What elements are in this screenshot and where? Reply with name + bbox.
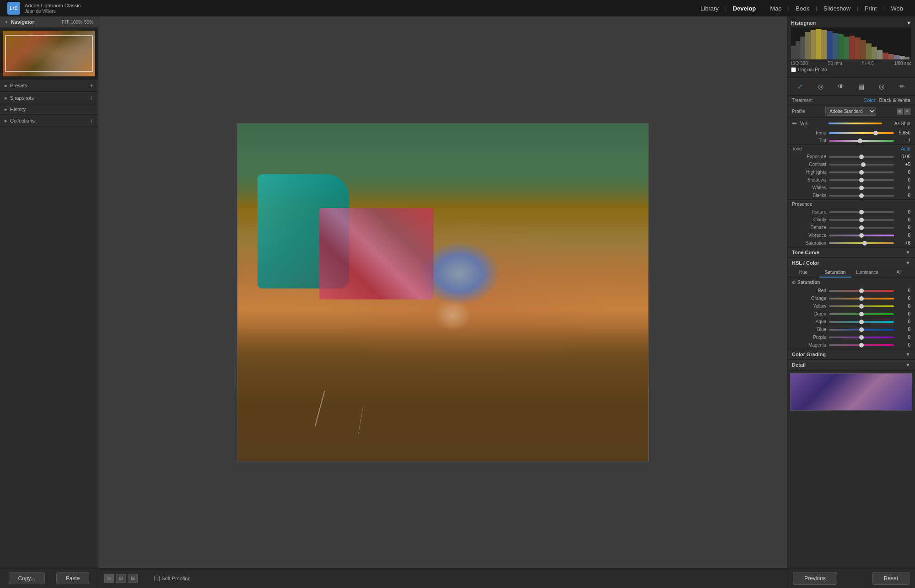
svg-rect-0 bbox=[791, 46, 796, 59]
copy-button[interactable]: Copy... bbox=[9, 572, 45, 584]
grid-view-icon[interactable]: ⊞ bbox=[116, 574, 126, 583]
detail-label: Detail bbox=[792, 362, 806, 368]
hsl-tab-hue[interactable]: Hue bbox=[787, 268, 819, 278]
detail-thumb-image bbox=[791, 374, 912, 410]
color-grading-section[interactable]: Color Grading ▼ bbox=[787, 349, 915, 360]
svg-rect-9 bbox=[838, 34, 844, 59]
presets-add-btn[interactable]: + bbox=[90, 82, 93, 89]
wb-section: ✒ WB As Shot Temp 5,650 Tint -1 bbox=[787, 118, 915, 145]
collections-row[interactable]: ▶ Collections + bbox=[0, 115, 98, 127]
detail-thumbnail bbox=[790, 373, 912, 411]
navigator-header[interactable]: ▼ Navigator FIT 100% 50% bbox=[0, 16, 98, 28]
bw-treatment[interactable]: Black & White bbox=[879, 97, 910, 103]
view-icons: ▭ ⊞ ⊟ bbox=[104, 574, 138, 583]
nav-develop[interactable]: Develop bbox=[728, 5, 761, 12]
histogram-section: Histogram ▼ bbox=[787, 16, 915, 78]
presence-header: Presence bbox=[787, 200, 915, 208]
svg-rect-8 bbox=[833, 33, 838, 59]
tint-slider[interactable] bbox=[829, 140, 894, 142]
hsl-tab-luminance[interactable]: Luminance bbox=[851, 268, 883, 278]
collections-add-btn[interactable]: + bbox=[90, 117, 93, 124]
svg-rect-19 bbox=[894, 55, 899, 59]
contrast-value: +5 bbox=[897, 162, 910, 167]
soft-proofing-control[interactable]: Soft Proofing bbox=[154, 576, 191, 581]
hsl-tab-all[interactable]: All bbox=[883, 268, 915, 278]
hist-shutter: 1/80 sec bbox=[894, 61, 911, 66]
detail-collapse[interactable]: ▼ bbox=[905, 362, 910, 368]
profile-select[interactable]: Adobe Standard Adobe Portrait Adobe Land… bbox=[825, 107, 876, 116]
tone-auto[interactable]: Auto bbox=[901, 146, 910, 151]
tone-curve-collapse[interactable]: ▼ bbox=[905, 250, 910, 255]
left-panel: ▼ Navigator FIT 100% 50% ▶ bbox=[0, 16, 98, 588]
tint-row: Tint -1 bbox=[787, 137, 915, 144]
svg-rect-15 bbox=[872, 47, 877, 59]
texture-label: Texture bbox=[792, 209, 826, 214]
zoom-50[interactable]: 50% bbox=[84, 20, 93, 25]
exposure-value: 0.00 bbox=[897, 154, 910, 159]
zoom-100[interactable]: 100% bbox=[70, 20, 82, 25]
nav-library[interactable]: Library bbox=[696, 5, 723, 12]
hsl-collapse[interactable]: ▼ bbox=[905, 260, 910, 266]
center-bottom-bar: ▭ ⊞ ⊟ Soft Proofing bbox=[98, 568, 787, 588]
zoom-fit[interactable]: FIT bbox=[62, 20, 69, 25]
nav-book[interactable]: Book bbox=[791, 5, 814, 12]
hist-iso: ISO 320 bbox=[791, 61, 808, 66]
snapshots-row[interactable]: ▶ Snapshots + bbox=[0, 92, 98, 104]
previous-button[interactable]: Previous bbox=[793, 572, 837, 585]
temp-slider[interactable] bbox=[829, 132, 894, 134]
gradient-tool[interactable]: ▤ bbox=[856, 80, 867, 92]
crop-tool[interactable]: ⤢ bbox=[794, 80, 806, 92]
svg-rect-6 bbox=[822, 30, 827, 59]
soft-proofing-checkbox[interactable] bbox=[154, 576, 160, 581]
treatment-row: Treatment Color Black & White bbox=[787, 96, 915, 105]
radial-tool[interactable]: ◎ bbox=[876, 80, 888, 92]
right-panel: Histogram ▼ bbox=[787, 16, 915, 588]
hsl-tab-saturation[interactable]: Saturation bbox=[819, 268, 851, 278]
nav-print[interactable]: Print bbox=[860, 5, 882, 12]
history-row[interactable]: ▶ History bbox=[0, 104, 98, 114]
collections-triangle: ▶ bbox=[5, 119, 7, 123]
reset-button[interactable]: Reset bbox=[872, 572, 910, 585]
hsl-tabs: Hue Saturation Luminance All bbox=[787, 268, 915, 278]
profile-list-icon[interactable]: ≡ bbox=[904, 108, 910, 115]
presence-section: Presence Texture 0 Clarity 0 Dehaze bbox=[787, 200, 915, 247]
whites-row: Whites 0 bbox=[787, 184, 915, 192]
hist-aperture: f / 4.5 bbox=[862, 61, 874, 66]
svg-rect-14 bbox=[866, 43, 872, 59]
svg-rect-21 bbox=[905, 57, 910, 59]
contrast-label: Contrast bbox=[792, 162, 826, 167]
compare-view-icon[interactable]: ⊟ bbox=[128, 574, 138, 583]
nav-map[interactable]: Map bbox=[765, 5, 786, 12]
color-treatment[interactable]: Color bbox=[863, 97, 875, 103]
color-grading-collapse[interactable]: ▼ bbox=[905, 352, 910, 357]
profile-grid-icon[interactable]: ⊞ bbox=[897, 108, 903, 115]
nav-slideshow[interactable]: Slideshow bbox=[819, 5, 855, 12]
detail-section[interactable]: Detail ▼ bbox=[787, 360, 915, 370]
tone-section: Tone Auto Exposure 0.00 Contrast +5 bbox=[787, 145, 915, 200]
vibrance-value: 0 bbox=[897, 233, 910, 238]
presets-row[interactable]: ▶ Presets + bbox=[0, 80, 98, 91]
svg-rect-16 bbox=[877, 50, 883, 59]
snapshots-add-btn[interactable]: + bbox=[90, 94, 93, 102]
paste-button[interactable]: Paste bbox=[56, 572, 90, 584]
clarity-value: 0 bbox=[897, 217, 910, 222]
sat-orange-label: Orange bbox=[792, 296, 826, 301]
nav-web[interactable]: Web bbox=[887, 5, 908, 12]
adjustment-brush-tool[interactable]: ✏ bbox=[896, 80, 908, 92]
presets-label: Presets bbox=[10, 83, 27, 88]
svg-rect-17 bbox=[883, 53, 888, 59]
sat-yellow-label: Yellow bbox=[792, 304, 826, 309]
spot-removal-tool[interactable]: ◎ bbox=[815, 80, 827, 92]
shadows-row: Shadows 0 bbox=[787, 176, 915, 184]
hsl-header[interactable]: HSL / Color ▼ bbox=[787, 258, 915, 268]
histogram-collapse[interactable]: ▼ bbox=[906, 20, 911, 26]
wb-eyedropper[interactable]: ✒ bbox=[792, 120, 797, 127]
sat-aqua-label: Aqua bbox=[792, 319, 826, 324]
single-view-icon[interactable]: ▭ bbox=[104, 574, 114, 583]
redeye-tool[interactable]: 👁 bbox=[835, 80, 847, 92]
tone-curve-section[interactable]: Tone Curve ▼ bbox=[787, 247, 915, 258]
original-photo-checkbox[interactable] bbox=[791, 67, 796, 72]
sat-red-label: Red bbox=[792, 288, 826, 293]
left-bottom-bar: Copy... Paste bbox=[0, 568, 98, 588]
temp-row: Temp 5,650 bbox=[787, 129, 915, 137]
